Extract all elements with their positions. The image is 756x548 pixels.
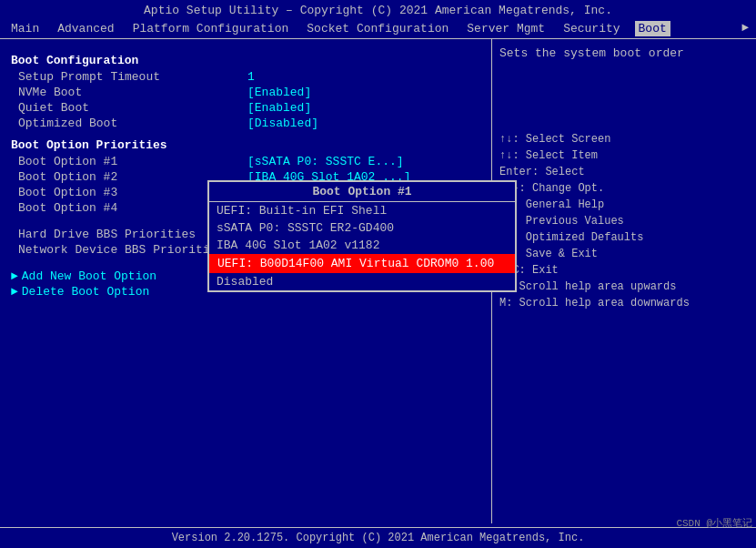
menu-arrow: ► — [741, 21, 749, 36]
menu-item-boot[interactable]: Boot — [635, 21, 670, 36]
menu-item-advanced[interactable]: Advanced — [54, 21, 117, 36]
row-nvme-boot[interactable]: NVMe Boot [Enabled] — [11, 85, 480, 100]
main-layout: Boot Configuration Setup Prompt Timeout … — [0, 39, 756, 523]
title-text: Aptio Setup Utility – Copyright (C) 2021… — [144, 4, 612, 17]
key-enter-select: Enter: Select — [499, 166, 749, 178]
label-setup-prompt: Setup Prompt Timeout — [11, 70, 247, 84]
value-nvme-boot: [Enabled] — [247, 86, 311, 99]
row-quiet-boot[interactable]: Quiet Boot [Enabled] — [11, 100, 480, 116]
menu-item-main[interactable]: Main — [7, 21, 43, 36]
value-boot-option-1: [sSATA P0: SSSTC E...] — [247, 155, 404, 168]
menu-item-platform[interactable]: Platform Configuration — [129, 21, 293, 36]
popup-title: Boot Option #1 — [209, 182, 515, 202]
menu-item-security[interactable]: Security — [559, 21, 623, 36]
value-quiet-boot: [Enabled] — [247, 101, 311, 115]
key-m: M: Scroll help area downwards — [499, 297, 749, 310]
label-boot-option-1: Boot Option #1 — [11, 155, 247, 168]
boot-option-popup: Boot Option #1 UEFI: Built-in EFI Shell … — [207, 180, 517, 292]
key-select-screen: ↑↓: Select Screen — [499, 133, 749, 146]
watermark: CSDN @小黑笔记 — [676, 516, 752, 530]
key-esc: ESC: Exit — [499, 264, 749, 277]
key-change-opt: +/-: Change Opt. — [499, 182, 749, 195]
popup-item-cdrom[interactable]: UEFI: B00D14F00 AMI Virtual CDROM0 1.00 — [209, 254, 515, 273]
popup-container: Boot Option #1 UEFI: Built-in EFI Shell … — [207, 180, 517, 292]
key-f2: F2: Previous Values — [499, 215, 749, 228]
menu-bar: Main Advanced Platform Configuration Soc… — [0, 19, 756, 39]
menu-item-server[interactable]: Server Mgmt — [463, 21, 549, 36]
left-panel: Boot Configuration Setup Prompt Timeout … — [0, 39, 491, 523]
section-boot-priorities: Boot Option Priorities — [11, 138, 480, 152]
key-f1: F1: General Help — [499, 198, 749, 211]
key-select-item: ↑↓: Select Item — [499, 149, 749, 162]
popup-item-efi-shell[interactable]: UEFI: Built-in EFI Shell — [209, 202, 515, 219]
footer-text: Version 2.20.1275. Copyright (C) 2021 Am… — [172, 532, 585, 544]
title-bar: Aptio Setup Utility – Copyright (C) 2021… — [0, 0, 756, 19]
footer: Version 2.20.1275. Copyright (C) 2021 Am… — [0, 527, 756, 548]
row-setup-prompt[interactable]: Setup Prompt Timeout 1 — [11, 69, 480, 85]
section-boot-config: Boot Configuration — [11, 54, 480, 67]
popup-item-disabled[interactable]: Disabled — [209, 273, 515, 290]
label-optimized-boot: Optimized Boot — [11, 117, 247, 130]
row-boot-option-1[interactable]: Boot Option #1 [sSATA P0: SSSTC E...] — [11, 154, 480, 169]
menu-item-socket[interactable]: Socket Configuration — [303, 21, 452, 36]
key-k: K: Scroll help area upwards — [499, 280, 749, 293]
help-text: Sets the system boot order — [499, 46, 749, 60]
popup-item-ssata[interactable]: sSATA P0: SSSTC ER2-GD400 — [209, 219, 515, 237]
row-optimized-boot[interactable]: Optimized Boot [Disabled] — [11, 116, 480, 131]
label-quiet-boot: Quiet Boot — [11, 101, 247, 115]
value-setup-prompt: 1 — [247, 70, 255, 84]
right-panel: Sets the system boot order ↑↓: Select Sc… — [491, 39, 756, 523]
value-optimized-boot: [Disabled] — [247, 117, 318, 130]
key-f3: F3: Optimized Defaults — [499, 231, 749, 244]
key-f4: F4: Save & Exit — [499, 248, 749, 260]
label-nvme-boot: NVMe Boot — [11, 86, 247, 99]
popup-item-iba[interactable]: IBA 40G Slot 1A02 v1182 — [209, 237, 515, 254]
